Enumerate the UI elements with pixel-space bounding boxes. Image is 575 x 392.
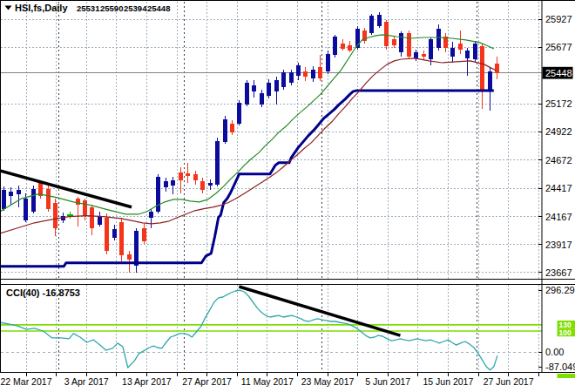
candle — [127, 254, 132, 260]
candle — [200, 181, 205, 190]
candle — [429, 39, 433, 59]
price-axis-label: 25172 — [545, 98, 572, 109]
candle — [215, 141, 220, 185]
quote-open: 25531 — [77, 3, 100, 13]
candle — [480, 46, 484, 90]
price-axis-label: 24417 — [545, 183, 572, 193]
candle — [407, 33, 411, 57]
cci-indicator-label: CCI(40) -16.8753 — [6, 287, 80, 298]
time-axis-label: 27 Jun 2017 — [484, 376, 534, 387]
price-axis-label: 24922 — [545, 126, 572, 137]
candle — [237, 103, 241, 124]
candle — [230, 124, 234, 132]
time-axis-label: 11 May 2017 — [241, 376, 294, 387]
candle — [149, 212, 153, 218]
candle — [392, 39, 396, 45]
candle — [90, 207, 94, 228]
candle — [119, 222, 124, 255]
candle — [414, 52, 418, 58]
clipped-level-tag — [558, 374, 575, 378]
candle — [369, 16, 374, 33]
candle — [465, 51, 470, 58]
candle — [186, 173, 190, 176]
candle — [164, 181, 168, 187]
candle — [223, 119, 227, 142]
quote-high: 25590 — [100, 3, 123, 13]
candle — [303, 71, 308, 77]
candle — [46, 189, 51, 209]
candle — [24, 199, 28, 220]
candle — [171, 180, 175, 186]
price-axis-label: 23917 — [545, 240, 572, 250]
price-axis-label: 24167 — [545, 212, 572, 222]
candle — [83, 200, 87, 216]
candle — [384, 22, 389, 46]
time-axis-label: 22 Mar 2017 — [1, 376, 52, 387]
price-axis-label: 23667 — [545, 267, 572, 278]
time-axis-label: 5 Jun 2017 — [365, 376, 410, 387]
candle — [450, 48, 455, 57]
time-axis-label: 15 Jun 2017 — [423, 376, 473, 387]
current-price-tag-text: 25448 — [545, 68, 572, 78]
candle — [348, 45, 352, 51]
candle — [134, 231, 139, 266]
cci-min-label: -87.0498 — [545, 362, 575, 372]
price-axis-label: 25677 — [545, 42, 572, 52]
cci-max-label: 296.2986 — [545, 285, 575, 295]
candle — [377, 15, 382, 26]
time-axis-label: 3 Apr 2017 — [64, 376, 109, 387]
time-axis-label: 13 Apr 2017 — [122, 376, 172, 387]
candle — [311, 70, 315, 78]
candle — [274, 80, 279, 91]
price-axis-label: 25927 — [545, 14, 572, 24]
level-tag-100-text: 100 — [559, 328, 572, 337]
candle — [341, 44, 345, 49]
candle — [326, 54, 330, 71]
cci-plot-area[interactable] — [1, 285, 541, 372]
symbol-title: HSI,fs,Daily — [15, 3, 68, 13]
candle — [53, 203, 58, 228]
candle — [98, 216, 102, 225]
candle — [208, 183, 213, 186]
candle — [193, 174, 198, 180]
candle — [252, 85, 256, 91]
candle — [76, 199, 80, 205]
candle — [436, 29, 441, 48]
candle — [495, 64, 499, 73]
candle — [105, 218, 109, 251]
candle — [17, 190, 21, 194]
candle — [289, 72, 294, 83]
candle — [473, 44, 477, 59]
candle — [112, 229, 117, 238]
quote-close: 25448 — [147, 3, 170, 13]
price-axis-label: 24672 — [545, 155, 572, 166]
candle — [260, 93, 264, 105]
mt4-chart-window: 2592725677251722492224672244172416723917… — [0, 0, 575, 392]
candle — [281, 72, 286, 87]
candle — [458, 44, 463, 50]
candle — [179, 172, 183, 180]
candle — [9, 192, 13, 196]
candle — [31, 189, 36, 212]
candle — [333, 37, 337, 55]
candle — [318, 67, 322, 78]
quote-low: 25394 — [124, 3, 147, 13]
candle — [488, 71, 492, 90]
time-axis-label: 27 Apr 2017 — [182, 376, 232, 387]
candle — [267, 83, 271, 96]
time-axis-label: 23 May 2017 — [301, 376, 355, 387]
candle — [296, 65, 301, 76]
candle — [245, 83, 249, 105]
candle — [422, 54, 426, 57]
candle — [142, 228, 146, 241]
cci-zero-label: 0.00 — [545, 347, 564, 357]
candle — [2, 190, 6, 209]
candle — [399, 33, 403, 52]
